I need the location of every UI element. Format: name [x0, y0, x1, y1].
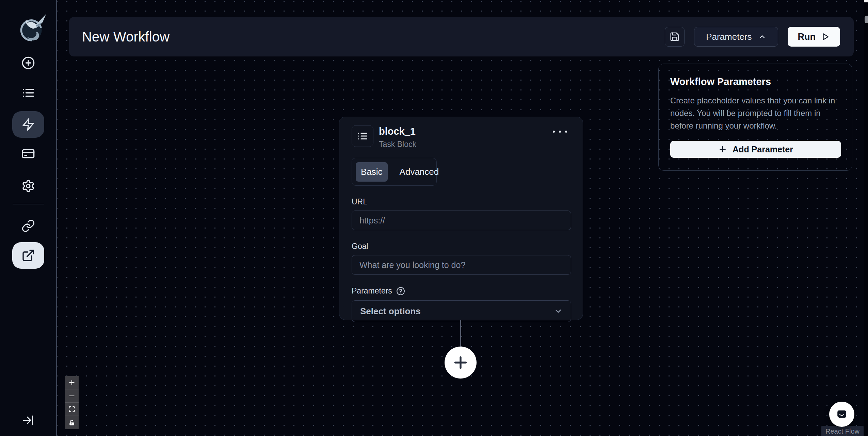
save-button[interactable] — [665, 27, 685, 47]
fit-view-icon — [68, 406, 75, 413]
sidebar-item-link[interactable] — [12, 213, 44, 239]
node-tabs: Basic Advanced — [352, 158, 437, 186]
run-button[interactable]: Run — [788, 27, 840, 47]
runs-list-icon — [21, 86, 35, 100]
chat-bubble-icon — [835, 407, 849, 421]
link-icon — [21, 219, 35, 233]
page-title: New Workflow — [82, 29, 170, 45]
header-actions: Parameters Run — [665, 17, 840, 56]
external-link-icon — [21, 249, 35, 262]
add-node-button[interactable] — [445, 347, 477, 379]
sidebar-item-workflows[interactable] — [12, 111, 44, 138]
sidebar-item-credentials[interactable] — [12, 140, 44, 167]
unlock-icon — [68, 419, 75, 426]
settings-gear-icon — [21, 179, 35, 193]
url-input[interactable] — [352, 211, 571, 230]
sidebar-item-runs[interactable] — [12, 80, 44, 106]
chat-launcher-button[interactable] — [829, 402, 854, 427]
parameters-toggle-label: Parameters — [706, 32, 752, 42]
tab-basic[interactable]: Basic — [356, 162, 388, 182]
task-block-node[interactable]: block_1 Task Block Basic Advanced URL Go… — [339, 117, 583, 320]
goal-field-label: Goal — [352, 242, 570, 251]
minus-icon — [68, 392, 75, 399]
play-icon — [821, 32, 830, 41]
url-field-label: URL — [352, 197, 570, 206]
tab-advanced[interactable]: Advanced — [395, 162, 444, 182]
node-menu-button[interactable] — [551, 129, 569, 135]
reactflow-attribution[interactable]: React Flow — [821, 426, 864, 436]
scrollbar-track[interactable] — [864, 0, 868, 436]
node-icon-box — [352, 125, 373, 147]
node-type-label: Task Block — [379, 140, 416, 149]
chevron-up-icon — [758, 33, 766, 41]
scrollbar-thumb[interactable] — [865, 16, 868, 23]
skyvern-dragon-logo — [16, 12, 48, 43]
floppy-disk-icon — [670, 32, 680, 42]
scrollbar-cap — [864, 0, 868, 2]
sidebar-item-settings[interactable] — [12, 173, 44, 199]
add-parameter-button[interactable]: Add Parameter — [670, 141, 841, 158]
list-icon — [357, 130, 368, 142]
create-icon — [21, 56, 35, 70]
node-header: block_1 Task Block — [352, 125, 570, 149]
zoom-out-button[interactable] — [65, 389, 79, 403]
goal-input[interactable] — [352, 255, 571, 275]
lock-interactivity-button[interactable] — [65, 416, 79, 429]
sidebar-item-create[interactable] — [12, 50, 44, 76]
parameters-field-label: Parameters — [352, 286, 570, 296]
panel-title: Workflow Parameters — [670, 76, 840, 87]
parameters-select-value: Select options — [360, 306, 421, 317]
credentials-card-icon — [21, 147, 35, 161]
node-name: block_1 — [379, 126, 416, 137]
sidebar — [0, 0, 57, 436]
sidebar-item-external[interactable] — [12, 242, 44, 269]
workflow-header: New Workflow Parameters Run — [69, 17, 854, 56]
plus-icon — [452, 354, 469, 371]
expand-sidebar-button[interactable] — [20, 413, 35, 428]
chevron-down-icon — [554, 307, 563, 316]
run-label: Run — [798, 32, 816, 42]
zoom-in-button[interactable] — [65, 376, 79, 389]
node-titles: block_1 Task Block — [379, 125, 416, 149]
plus-icon — [718, 145, 727, 154]
panel-description: Create placeholder values that you can l… — [670, 94, 844, 132]
parameters-toggle-button[interactable]: Parameters — [694, 27, 778, 47]
node-edge-connector — [460, 320, 461, 347]
sidebar-divider — [13, 204, 44, 204]
help-circle-icon[interactable] — [396, 287, 405, 296]
expand-sidebar-icon — [21, 414, 34, 427]
add-parameter-label: Add Parameter — [733, 145, 793, 154]
parameters-select[interactable]: Select options — [352, 300, 571, 322]
workflows-zap-icon — [21, 118, 35, 131]
more-horizontal-icon — [553, 131, 555, 133]
workflow-parameters-panel: Workflow Parameters Create placeholder v… — [658, 64, 852, 171]
fit-view-button[interactable] — [65, 403, 79, 416]
canvas-controls — [65, 376, 79, 429]
app-window: New Workflow Parameters Run Workflow Par… — [0, 0, 868, 436]
plus-icon — [68, 379, 75, 386]
